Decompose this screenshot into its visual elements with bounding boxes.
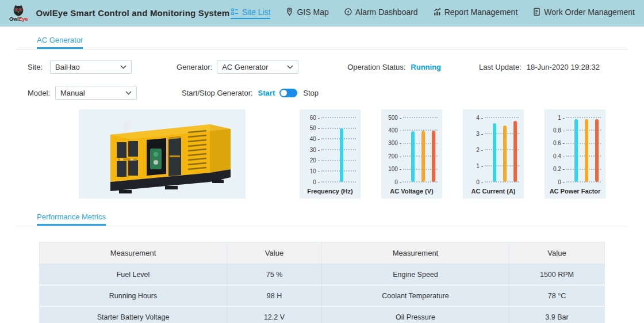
start-label: Start [258,89,275,97]
nav-item-label: GIS Map [297,7,328,17]
value-cell: 3.9 Bar [509,307,604,323]
model-select-value: Manual [60,89,85,97]
tick-label: 100 - [386,166,403,172]
axis-tick: 50 - [304,125,356,132]
nav-item-label: Work Order Management [544,7,635,17]
table-row: Fuel Level75 %Engine Speed1500 RPM [40,264,604,286]
tick-label: 1 - [549,115,566,121]
chart-panel-3: 0 -0.2 -0.4 -0.6 -0.8 -1 -AC Power Facto… [545,109,605,199]
tick-label: 400 - [386,127,403,134]
tick-label: 500 - [386,115,403,121]
axis-tick: 500 - [386,114,438,121]
gridline [321,181,356,183]
gridline [321,128,356,129]
tick-label: 200 - [386,153,403,159]
site-label: Site: [28,63,43,71]
tick-label: 40 - [304,136,321,142]
chart-bar [432,131,435,182]
gridline [321,117,356,118]
tick-label: 20 - [304,157,321,164]
generator-select[interactable]: AC Generator [217,60,298,74]
chart-panel-2: 0 -1 -2 -3 -4 -AC Current (A) [463,109,524,199]
chart-panel-0: 0 -10 -20 -30 -40 -50 -60 -Frequency (Hz… [300,109,361,199]
measurement-cell: Engine Speed [322,264,509,286]
axis-tick: 10 - [304,168,356,174]
logo-wordmark: OwlEye [9,17,28,22]
nav-item-gis-map[interactable]: GIS Map [285,7,328,19]
gis-map-icon [285,7,294,16]
operation-status-label: Operation Status: [347,63,405,71]
tick-label: 60 - [304,115,321,121]
gridline [403,117,438,118]
chart-title: AC Power Factor [545,188,605,195]
site-select[interactable]: BaiHao [50,60,132,74]
tick-label: 0.2 - [549,166,566,172]
tick-label: 0.6 - [549,140,566,146]
tab-performance-metrics[interactable]: Performance Metrics [37,212,106,226]
controls-row-1: Site: BaiHao Generator: AC Generator Ope… [0,60,644,74]
axis-tick: 4 - [467,114,519,121]
generator-tab-row: AC Generator [16,26,628,50]
axis-tick: 30 - [304,146,356,153]
toggle-knob [281,90,287,96]
controls-row-2: Model: Manual Start/Stop Generator: Star… [0,86,644,100]
axis-tick: 40 - [304,135,356,142]
model-select[interactable]: Manual [55,86,137,100]
table-row: Starter Battery Voltage12.2 VOil Pressur… [40,307,604,323]
tab-ac-generator[interactable]: AC Generator [37,36,83,49]
page-title: OwlEye Smart Control and Monitoring Syst… [36,8,230,18]
chart-bar [493,123,496,182]
chevron-down-icon [120,65,126,69]
value-cell: 1500 RPM [509,264,604,286]
start-stop-toggle[interactable] [279,89,297,97]
tick-label: 50 - [304,125,321,131]
nav-item-label: Report Management [444,7,518,17]
nav-item-report-management[interactable]: Report Management [433,7,518,19]
tick-label: 1 - [467,163,485,169]
tick-label: 4 - [467,115,485,121]
table-row: Running Hours98 HCoolant Temperature78 °… [40,286,604,307]
measurement-cell: Starter Battery Voltage [40,307,227,323]
stop-label: Stop [303,89,319,97]
report-management-icon [433,7,442,16]
measurement-cell: Oil Pressure [322,307,509,323]
nav-item-alarm-dashboard[interactable]: Alarm Dashboard [344,7,418,19]
main-nav: Site ListGIS MapAlarm DashboardReport Ma… [231,7,635,19]
gridline [321,170,356,172]
chart-title: AC Voltage (V) [381,188,442,195]
app-window: OwlEye OwlEye Smart Control and Monitori… [0,0,644,323]
axis-tick: 20 - [304,157,356,164]
value-cell: 98 H [227,286,322,307]
charts-row: 0 -10 -20 -30 -40 -50 -60 -Frequency (Hz… [300,109,605,199]
axis-tick: 0 - [304,178,356,185]
nav-item-work-order-management[interactable]: Work Order Management [532,7,635,19]
chart-bar [595,119,599,182]
chevron-down-icon [125,91,132,95]
last-update-value: 18-Jun-2020 19:28:32 [527,63,600,71]
nav-item-site-list[interactable]: Site List [231,7,271,19]
startstop-label: Start/Stop Generator: [182,89,253,97]
gridline [321,149,356,150]
visual-row: 0 -10 -20 -30 -40 -50 -60 -Frequency (Hz… [16,109,628,199]
generator-label: Generator: [177,63,212,71]
generator-select-value: AC Generator [222,63,268,71]
chart-plot-area: 0 -0.2 -0.4 -0.6 -0.8 -1 - [549,117,601,182]
axis-tick: 60 - [304,114,356,121]
metrics-tab-row: Performance Metrics [16,211,628,226]
operation-status-value: Running [411,63,441,71]
tick-label: 0.4 - [549,153,566,159]
performance-metrics-table: MeasurementValueMeasurementValue Fuel Le… [39,242,605,323]
alarm-dashboard-icon [344,7,352,16]
chart-bar [513,121,517,182]
nav-item-label: Alarm Dashboard [355,7,418,17]
tick-label: 300 - [386,140,403,146]
tick-label: 3 - [467,131,485,137]
table-header-cell: Value [509,242,604,264]
chart-plot-area: 0 -10 -20 -30 -40 -50 -60 - [304,117,356,182]
tick-label: 0 - [386,179,403,185]
measurement-cell: Coolant Temperature [322,286,509,307]
tick-label: 0 - [549,179,566,185]
gridline [321,138,356,139]
chart-plot-area: 0 -100 -200 -300 -400 -500 - [386,117,438,182]
value-cell: 12.2 V [227,307,322,323]
